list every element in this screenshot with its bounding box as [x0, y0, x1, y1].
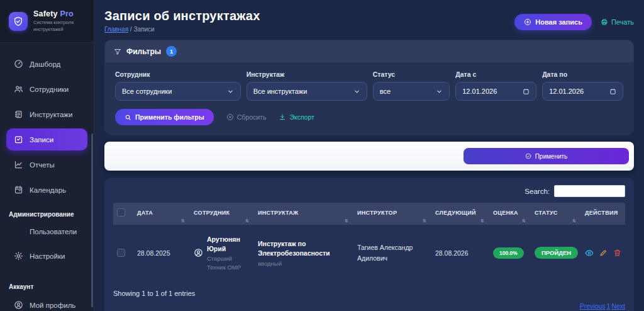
column-header-score[interactable]: ОЦЕНКА⇅: [489, 203, 531, 225]
x-circle-icon: [226, 113, 234, 121]
cell-score: 100.0%: [489, 225, 531, 281]
instruction-type: вводный: [258, 260, 350, 267]
column-header-instructor[interactable]: ИНСТРУКТОР⇅: [353, 203, 431, 225]
select-all-checkbox[interactable]: [117, 208, 125, 217]
filters-header[interactable]: Фильтры 1: [105, 40, 633, 62]
view-icon[interactable]: [585, 249, 594, 257]
status-badge: ПРОЙДЕН: [535, 247, 578, 259]
calendar-icon: [14, 185, 23, 195]
shield-check-icon: [9, 12, 28, 31]
sidebar-item-employees[interactable]: Сотрудники: [6, 78, 87, 100]
plus-circle-icon: [524, 18, 531, 26]
chevron-down-icon: [353, 88, 360, 95]
page-title-block: Записи об инструктажах Главная / Записи: [104, 9, 260, 33]
sort-icon[interactable]: ⇅: [522, 218, 526, 223]
apply-button[interactable]: Применить: [464, 148, 629, 164]
sidebar-item-users[interactable]: Пользователи: [6, 222, 87, 242]
sort-icon[interactable]: ⇅: [480, 218, 484, 223]
filter-field-instruction: Инструктаж Все инструктажи: [247, 71, 367, 101]
sidebar-scrollbar[interactable]: [91, 133, 93, 307]
clipboard-icon: [14, 110, 23, 119]
filter-field-date-to: Дата по 12.01.2026: [542, 71, 623, 101]
sidebar-item-profile[interactable]: Мой профиль: [6, 294, 87, 311]
calendar-icon: [523, 88, 530, 95]
cell-actions: [581, 225, 625, 281]
sidebar-section-admin: Администрирование: [9, 211, 85, 218]
edit-icon[interactable]: [599, 249, 608, 257]
sidebar-item-settings[interactable]: Настройки: [6, 245, 87, 267]
check-circle-icon: [525, 153, 531, 159]
column-header-instruction[interactable]: ИНСТРУКТАЖ⇅: [254, 203, 353, 225]
sort-icon[interactable]: ⇅: [572, 218, 576, 223]
sidebar-item-reports[interactable]: Отчеты: [6, 154, 87, 176]
reset-filters-button[interactable]: Сбросить: [226, 113, 267, 121]
column-header-employee[interactable]: СОТРУДНИК⇅: [190, 203, 254, 225]
score-badge: 100.0%: [493, 247, 524, 259]
pagination-previous[interactable]: Previous: [580, 302, 606, 310]
breadcrumb: Главная / Записи: [104, 26, 260, 33]
print-button[interactable]: Печать: [601, 18, 634, 26]
instruction-select[interactable]: Все инструктажи: [247, 82, 367, 101]
status-select[interactable]: все: [373, 82, 450, 101]
calendar-check-icon: [14, 135, 23, 144]
column-header-next[interactable]: СЛЕДУЮЩИЙ⇅: [431, 203, 489, 225]
filters-title: Фильтры: [126, 47, 161, 56]
sort-icon[interactable]: ⇅: [423, 218, 426, 223]
sidebar-item-calendar[interactable]: Календарь: [6, 179, 87, 201]
select-all-header: [113, 203, 133, 225]
column-header-status[interactable]: СТАТУС⇅: [531, 203, 581, 225]
pagination: Previous 1 Next: [113, 302, 625, 310]
cell-employee: Арутюнян Юрий Старший Техник ОМР: [194, 235, 250, 271]
header-actions: Новая запись Печать: [514, 14, 634, 30]
filter-funnel-icon: [114, 48, 121, 55]
chevron-down-icon: [436, 88, 443, 95]
sidebar-item-instructions[interactable]: Инструктажи: [6, 103, 87, 125]
records-table: ДАТА⇅ СОТРУДНИК⇅ ИНСТРУКТАЖ⇅ ИНСТРУКТОР⇅…: [113, 203, 625, 281]
column-header-date[interactable]: ДАТА⇅: [133, 203, 190, 225]
cell-instructor: Тагиев Александр Адилович: [353, 225, 431, 281]
cell-instruction: Инструктаж по Электробезопасности вводны…: [254, 225, 353, 281]
search-input[interactable]: [554, 185, 625, 197]
table-row: 28.08.2025 Арутюнян Юрий Старший Техник …: [113, 225, 625, 281]
chart-line-icon: [14, 160, 23, 169]
gear-icon: [14, 251, 23, 261]
cell-next-date: 28.08.2026: [431, 225, 489, 281]
date-from-input[interactable]: 12.01.2026: [455, 82, 536, 101]
date-to-input[interactable]: 12.01.2026: [542, 82, 623, 101]
delete-icon[interactable]: [613, 249, 621, 257]
employee-title: Старший Техник ОМР: [207, 254, 250, 271]
pagination-next[interactable]: Next: [611, 302, 625, 310]
table-header-row: ДАТА⇅ СОТРУДНИК⇅ ИНСТРУКТАЖ⇅ ИНСТРУКТОР⇅…: [113, 203, 625, 225]
sort-icon[interactable]: ⇅: [181, 218, 185, 223]
pagination-page-1[interactable]: 1: [607, 302, 611, 310]
apply-filters-button[interactable]: Применить фильтры: [115, 109, 214, 125]
cell-date: 28.08.2025: [133, 225, 190, 281]
app-title-block: Safety Pro Система контроля инструктажей: [33, 9, 86, 32]
filters-body: Сотрудник Все сотрудники Инструктаж Все …: [105, 62, 633, 135]
employee-select[interactable]: Все сотрудники: [115, 82, 241, 101]
row-checkbox[interactable]: [117, 249, 125, 257]
filter-field-date-from: Дата с 12.01.2026: [455, 71, 536, 101]
breadcrumb-separator: /: [130, 26, 132, 33]
sort-icon[interactable]: ⇅: [245, 218, 249, 223]
table-showing-text: Showing 1 to 1 of 1 entries: [113, 290, 625, 297]
main-content: Записи об инструктажах Главная / Записи …: [94, 0, 644, 311]
new-record-button[interactable]: Новая запись: [514, 14, 592, 30]
filters-panel: Фильтры 1 Сотрудник Все сотрудники Инстр…: [104, 40, 634, 135]
breadcrumb-current: Записи: [133, 26, 154, 33]
breadcrumb-home-link[interactable]: Главная: [104, 26, 128, 33]
sidebar-item-dashboard[interactable]: Дашборд: [6, 53, 87, 75]
sort-icon[interactable]: ⇅: [345, 218, 348, 223]
column-header-actions: ДЕЙСТВИЯ: [581, 203, 625, 225]
page-title: Записи об инструктажах: [104, 9, 260, 23]
printer-icon: [601, 18, 608, 26]
export-button[interactable]: Экспорт: [279, 113, 314, 121]
page-header: Записи об инструктажах Главная / Записи …: [104, 9, 634, 33]
sidebar-nav: Дашборд Сотрудники Инструктажи Записи: [0, 43, 94, 311]
apply-action-bar: Применить: [104, 142, 634, 171]
filters-count-badge: 1: [166, 46, 177, 57]
cell-status: ПРОЙДЕН: [531, 225, 581, 281]
users-icon: [14, 84, 23, 94]
filter-field-employee: Сотрудник Все сотрудники: [115, 71, 241, 101]
sidebar-item-records[interactable]: Записи: [6, 128, 87, 150]
